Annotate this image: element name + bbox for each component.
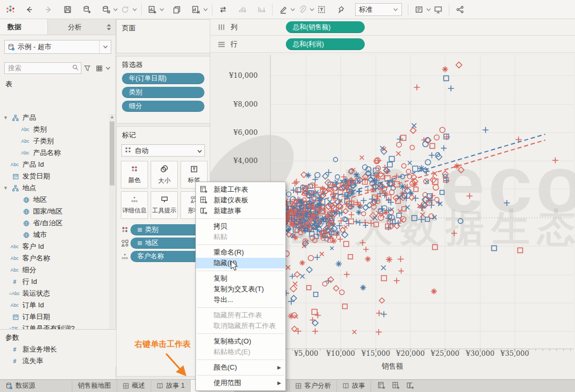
sort-descending-icon[interactable] bbox=[254, 3, 268, 17]
pane-toggle-icon[interactable] bbox=[102, 19, 116, 35]
field-装运状态[interactable]: =Abc装运状态 bbox=[0, 288, 116, 299]
menu-item-复制[interactable]: 复制 bbox=[196, 273, 285, 284]
show-hide-cards-caret-icon[interactable] bbox=[426, 3, 431, 17]
field-行 Id[interactable]: #行 Id bbox=[0, 276, 116, 288]
field-类别[interactable]: Abc类别 bbox=[0, 124, 116, 135]
filter-pill-类别[interactable]: 类别 bbox=[122, 87, 204, 98]
colordots-icon[interactable] bbox=[119, 226, 130, 234]
duplicate-sheet-icon[interactable] bbox=[170, 3, 184, 17]
sheet-tab-概述[interactable]: 概述 bbox=[117, 380, 151, 392]
search-input[interactable] bbox=[8, 64, 72, 72]
rows-pill[interactable]: 总和(利润) bbox=[286, 38, 365, 50]
new-worksheet-icon[interactable] bbox=[145, 3, 159, 17]
sheet-tab-故事 1[interactable]: 故事 1 bbox=[151, 380, 191, 392]
field-子类别[interactable]: Abc子类别 bbox=[0, 135, 116, 147]
field-list-scrollbar[interactable]: ▲ ▼ bbox=[109, 114, 115, 358]
new-dashboard-tab-icon[interactable] bbox=[392, 381, 400, 391]
sheet-tab-客户分析[interactable]: 客户分析 bbox=[290, 380, 337, 392]
expand-caret-icon[interactable]: ▼ bbox=[3, 115, 9, 120]
field-产品[interactable]: ▼产品 bbox=[0, 112, 116, 124]
sheet-tab-故事[interactable]: 故事 bbox=[337, 380, 371, 392]
pause-updates-icon[interactable] bbox=[99, 3, 113, 17]
highlight-icon[interactable] bbox=[276, 3, 290, 17]
columns-shelf[interactable]: 列 总和(销售额) bbox=[210, 19, 575, 36]
mark-pill-客户名称[interactable]: 客户名称 bbox=[130, 251, 206, 262]
run-updates-icon[interactable] bbox=[118, 3, 132, 17]
fit-dropdown[interactable]: 标准 bbox=[355, 3, 402, 16]
shapesicon-icon[interactable] bbox=[119, 239, 130, 247]
swap-rows-columns-icon[interactable] bbox=[216, 3, 230, 17]
mark-type-dropdown[interactable]: 自动 bbox=[121, 144, 205, 157]
mark-pill-类别[interactable]: ⊞类别 bbox=[130, 224, 206, 235]
tab-datasource[interactable]: 数据源 bbox=[0, 380, 68, 392]
field-客户名称[interactable]: Abc客户名称 bbox=[0, 252, 116, 264]
field-产品名称[interactable]: Abc产品名称 bbox=[0, 147, 116, 159]
menu-item-使用范围[interactable]: 使用范围▶ bbox=[196, 378, 285, 388]
text-label-icon[interactable] bbox=[315, 3, 328, 17]
sheet-tab-销售额地图[interactable]: 销售额地图 bbox=[72, 380, 117, 392]
field-客户 Id[interactable]: Abc客户 Id bbox=[0, 241, 116, 252]
field-国家/地区[interactable]: 国家/地区 bbox=[0, 206, 116, 217]
field-地区[interactable]: 地区 bbox=[0, 194, 116, 206]
filters-card[interactable]: 筛选器 年(订单日期)类别细分 bbox=[116, 56, 210, 124]
new-datasource-icon[interactable] bbox=[80, 3, 94, 17]
menu-item-新建故事[interactable]: 新建故事 bbox=[196, 206, 285, 216]
search-input-box[interactable] bbox=[4, 62, 81, 74]
mark-pill-地区[interactable]: ⊞地区 bbox=[130, 238, 206, 249]
field-省/自治区[interactable]: 省/自治区 bbox=[0, 217, 116, 229]
redo-icon[interactable] bbox=[42, 3, 55, 17]
pin-icon[interactable] bbox=[334, 3, 348, 17]
expand-box-icon[interactable]: ⊞ bbox=[137, 226, 142, 233]
mark-button-大小[interactable]: 大小 bbox=[151, 161, 178, 189]
mark-button-工具提示[interactable]: 工具提示 bbox=[151, 191, 178, 219]
undo-icon[interactable] bbox=[22, 3, 36, 17]
new-story-tab-icon[interactable] bbox=[406, 381, 414, 391]
field-订单日期[interactable]: 订单日期 bbox=[0, 311, 116, 323]
attach-caret-icon[interactable] bbox=[309, 3, 315, 17]
rows-shelf[interactable]: 行 总和(利润) bbox=[210, 36, 575, 53]
filter-pill-年(订单日期)[interactable]: 年(订单日期) bbox=[122, 73, 204, 84]
field-产品 Id[interactable]: Abc产品 Id bbox=[0, 159, 116, 170]
attach-icon[interactable] bbox=[295, 3, 309, 17]
view-as-caret-icon[interactable] bbox=[105, 67, 111, 70]
view-as-grid-icon[interactable] bbox=[93, 65, 105, 72]
clear-sheet-icon[interactable] bbox=[189, 3, 203, 17]
pages-card[interactable]: 页面 bbox=[116, 19, 210, 53]
field-filter-icon[interactable] bbox=[81, 64, 93, 72]
mark-button-颜色[interactable]: 颜色 bbox=[121, 161, 148, 189]
field-细分[interactable]: Abc细分 bbox=[0, 264, 116, 276]
menu-item-复制格式O[interactable]: 复制格式(O) bbox=[196, 336, 285, 347]
field-订单是否有利润?[interactable]: =T|F订单是否有利润? bbox=[0, 323, 116, 329]
share-icon[interactable] bbox=[453, 3, 467, 17]
menu-item-新建工作表[interactable]: 新建工作表 bbox=[196, 184, 285, 195]
tableau-logo-icon[interactable] bbox=[3, 3, 17, 17]
menu-item-导出[interactable]: 导出... bbox=[196, 295, 285, 305]
menu-item-颜色C[interactable]: 颜色(C)▶ bbox=[196, 362, 285, 373]
datasource-caret-icon[interactable] bbox=[99, 40, 111, 53]
columns-pill[interactable]: 总和(销售额) bbox=[286, 21, 365, 33]
field-地点[interactable]: ▼地点 bbox=[0, 182, 116, 194]
highlight-caret-icon[interactable] bbox=[290, 3, 295, 17]
datasource-selector[interactable]: 示例 - 超市 bbox=[4, 40, 111, 54]
field-流失率[interactable]: #流失率 bbox=[0, 355, 116, 367]
tab-analytics[interactable]: 分析 bbox=[48, 19, 102, 35]
menu-item-重命名R[interactable]: 重命名(R) bbox=[196, 247, 285, 258]
menu-item-隐藏H[interactable]: 隐藏(H) bbox=[196, 258, 285, 268]
filter-pill-细分[interactable]: 细分 bbox=[122, 101, 204, 112]
save-icon[interactable] bbox=[61, 3, 75, 17]
clear-sheet-caret-icon[interactable] bbox=[203, 3, 208, 17]
new-worksheet-tab-icon[interactable] bbox=[377, 381, 385, 391]
expand-caret-icon[interactable]: ▼ bbox=[3, 185, 9, 191]
tab-data[interactable]: 数据 bbox=[0, 19, 48, 35]
menu-item-复制为交叉表T[interactable]: 复制为交叉表(T) bbox=[196, 284, 285, 295]
pause-updates-caret-icon[interactable] bbox=[113, 3, 118, 17]
field-订单 Id[interactable]: Abc订单 Id bbox=[0, 299, 116, 311]
menu-item-拷贝[interactable]: 拷贝 bbox=[196, 221, 285, 232]
scrollbar-thumb[interactable] bbox=[110, 121, 114, 185]
field-城市[interactable]: 城市 bbox=[0, 229, 116, 241]
field-新业务增长[interactable]: #新业务增长 bbox=[0, 344, 116, 355]
scroll-up-icon[interactable]: ▲ bbox=[109, 114, 115, 120]
presentation-mode-icon[interactable] bbox=[431, 3, 445, 17]
expand-box-icon[interactable]: ⊞ bbox=[137, 240, 142, 247]
detail-icon[interactable] bbox=[119, 253, 130, 260]
